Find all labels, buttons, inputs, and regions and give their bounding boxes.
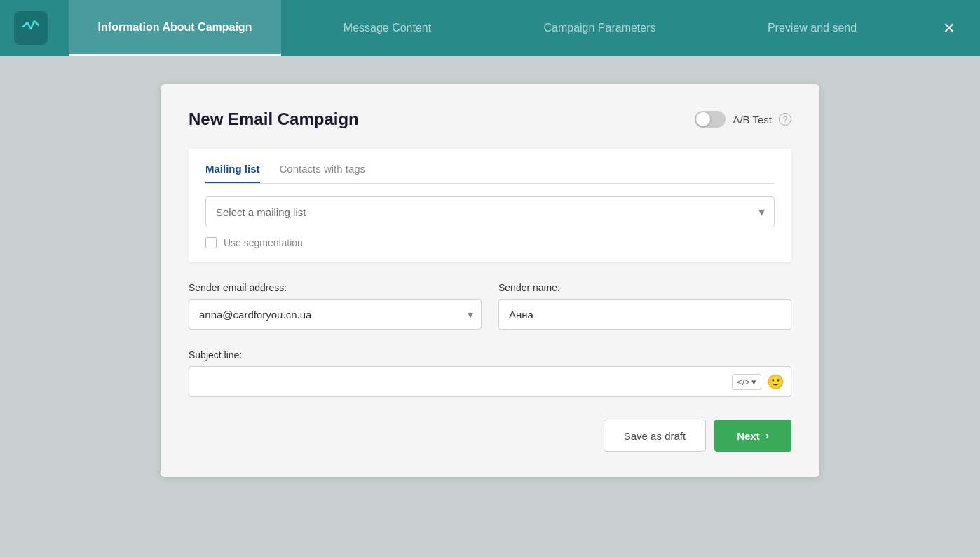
- subject-line-group: Subject line: </> ▾ 🙂: [189, 349, 791, 397]
- sender-name-group: Sender name:: [498, 282, 791, 330]
- mailing-list-select[interactable]: Select a mailing list: [205, 196, 775, 227]
- ab-test-info-icon[interactable]: ?: [779, 113, 791, 126]
- code-chevron-icon: ▾: [751, 377, 756, 387]
- sender-name-label: Sender name:: [498, 282, 791, 293]
- ab-test-area: A/B Test ?: [695, 111, 791, 128]
- toggle-knob: [696, 112, 710, 126]
- segmentation-checkbox[interactable]: [205, 237, 217, 248]
- nav-step-information[interactable]: Information About Campaign: [69, 0, 281, 56]
- nav-step-message[interactable]: Message Content: [281, 0, 494, 56]
- subject-input-wrapper: </> ▾ 🙂: [189, 366, 791, 397]
- next-arrow-icon: ›: [765, 429, 769, 442]
- code-icon: </>: [737, 377, 750, 387]
- card-header: New Email Campaign A/B Test ?: [189, 109, 791, 129]
- segmentation-row: Use segmentation: [205, 237, 775, 248]
- close-button[interactable]: ×: [932, 11, 966, 45]
- subject-line-input[interactable]: [189, 366, 791, 397]
- nav-step-preview[interactable]: Preview and send: [706, 0, 918, 56]
- tab-bar: Mailing list Contacts with tags: [205, 163, 775, 184]
- campaign-card: New Email Campaign A/B Test ? Mailing li…: [161, 84, 819, 477]
- next-button[interactable]: Next ›: [714, 420, 791, 452]
- mailing-list-select-wrapper: Select a mailing list ▾: [205, 196, 775, 227]
- sender-email-select[interactable]: anna@cardforyou.cn.ua: [189, 299, 482, 330]
- sender-name-input[interactable]: [498, 299, 791, 330]
- sender-row: Sender email address: anna@cardforyou.cn…: [189, 282, 791, 330]
- logo-box: [14, 11, 48, 45]
- ab-test-toggle[interactable]: [695, 111, 726, 128]
- nav-steps: Information About Campaign Message Conte…: [69, 0, 918, 56]
- card-footer: Save as draft Next ›: [189, 420, 791, 452]
- sender-email-label: Sender email address:: [189, 282, 482, 293]
- subject-emoji-button[interactable]: 🙂: [767, 373, 784, 390]
- ab-test-label: A/B Test: [733, 114, 772, 126]
- emoji-icon: 🙂: [767, 373, 784, 390]
- save-as-draft-button[interactable]: Save as draft: [604, 420, 706, 452]
- subject-code-button[interactable]: </> ▾: [732, 374, 761, 390]
- nav-step-parameters[interactable]: Campaign Parameters: [494, 0, 706, 56]
- sender-email-group: Sender email address: anna@cardforyou.cn…: [189, 282, 482, 330]
- logo-icon: [22, 17, 40, 39]
- tab-contacts-with-tags[interactable]: Contacts with tags: [280, 163, 366, 183]
- subject-line-label: Subject line:: [189, 349, 791, 361]
- sender-email-wrapper: anna@cardforyou.cn.ua ▾: [189, 299, 482, 330]
- card-title: New Email Campaign: [189, 109, 359, 129]
- main-area: New Email Campaign A/B Test ? Mailing li…: [0, 56, 980, 557]
- segmentation-label[interactable]: Use segmentation: [224, 237, 303, 248]
- tab-mailing-list[interactable]: Mailing list: [205, 163, 260, 183]
- subject-icons-area: </> ▾ 🙂: [732, 373, 784, 390]
- recipient-tabs-container: Mailing list Contacts with tags Select a…: [189, 149, 791, 262]
- top-navigation: Information About Campaign Message Conte…: [0, 0, 980, 56]
